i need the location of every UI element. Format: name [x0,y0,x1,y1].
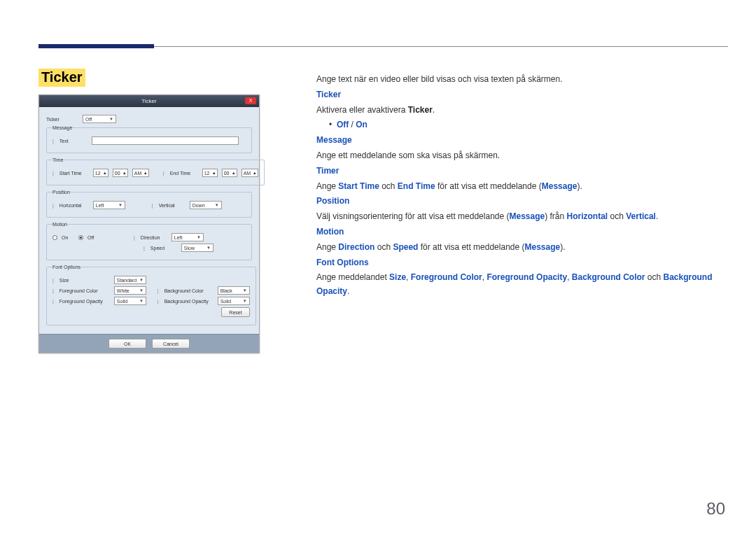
page-number: 80 [706,499,725,519]
vertical-label: Vertical [159,203,186,208]
fg-color-select[interactable]: White▼ [114,286,146,295]
direction-value: Left [174,235,183,240]
font-options-heading: Font Options [316,256,724,270]
timer-heading: Timer [316,164,724,178]
ticker-value: Off [85,117,92,122]
direction-label: Direction [141,235,167,240]
time-fieldset: Time | Start Time 12▴ 00▴ AM▴ | End Time… [46,157,265,185]
fg-opacity-select[interactable]: Solid▼ [114,297,146,305]
motion-heading: Motion [316,225,724,239]
ok-button[interactable]: OK [108,339,146,349]
font-options-fieldset: Font Options | Size Standard▼ | Foregrou… [46,265,256,325]
font-options-desc: Ange meddelandet Size, Foreground Color,… [316,271,724,299]
horizontal-value: Left [96,203,104,208]
start-hour-spinner[interactable]: 12▴ [93,169,108,177]
font-options-legend: Font Options [52,265,80,269]
ticker-dialog: Ticker X Ticker Off ▼ Message | Text Tim… [38,94,260,353]
position-heading: Position [316,195,724,209]
ticker-row: Ticker Off ▼ [46,115,252,123]
motion-off-label: Off [88,235,130,240]
end-min: 00 [224,171,230,176]
motion-fieldset: Motion On Off | Direction Left▼ | Speed … [46,222,252,260]
speed-label: Speed [150,246,177,251]
fg-opacity-value: Solid [117,299,128,304]
bg-color-label: Background Color [164,288,214,293]
chevron-down-icon: ▼ [118,203,122,207]
text-input[interactable] [92,136,239,145]
description-column: Ange text när en video eller bild visas … [316,73,724,300]
size-value: Standard [117,278,136,283]
spinner-icon: ▴ [232,170,235,176]
dialog-title: Ticker [141,98,156,104]
position-legend: Position [52,190,70,195]
chevron-down-icon: ▼ [243,288,247,293]
bar-icon: | [158,288,159,293]
ticker-options: • Off / On [316,118,724,132]
ticker-label: Ticker [46,117,78,122]
motion-desc: Ange Direction och Speed för att visa et… [316,241,724,255]
dialog-body: Ticker Off ▼ Message | Text Time | Start… [39,107,259,334]
start-min-spinner[interactable]: 00▴ [113,169,128,177]
start-hour: 12 [95,171,101,176]
bg-opacity-label: Background Opacity [164,299,214,304]
motion-off-radio[interactable] [78,235,83,240]
message-desc: Ange ett meddelande som ska visas på skä… [316,149,724,163]
horizontal-label: Horizontal [59,203,89,208]
reset-button[interactable]: Reset [221,307,249,317]
bg-color-select[interactable]: Black▼ [218,286,250,295]
message-heading: Message [316,134,724,148]
end-time-label: End Time [170,171,198,176]
end-ampm-spinner[interactable]: AM▴ [241,169,258,177]
end-ampm: AM [244,171,251,176]
horizontal-select[interactable]: Left▼ [93,201,125,209]
fg-color-label: Foreground Color [59,288,110,293]
motion-legend: Motion [52,222,67,227]
speed-select[interactable]: Slow▼ [181,244,214,252]
direction-select[interactable]: Left▼ [172,233,204,241]
position-desc: Välj visningsorientering för att visa et… [316,210,724,224]
motion-on-label: On [62,235,74,240]
bg-opacity-select[interactable]: Solid▼ [218,297,250,305]
chevron-down-icon: ▼ [139,299,144,303]
vertical-value: Down [192,203,205,208]
ticker-select[interactable]: Off ▼ [83,115,116,123]
start-ampm: AM [134,171,142,176]
bar-icon: | [52,171,54,176]
chevron-down-icon: ▼ [139,288,144,293]
bg-color-value: Black [220,288,232,293]
spinner-icon: ▴ [144,170,147,176]
end-hour: 12 [204,171,210,176]
dialog-titlebar: Ticker X [39,95,259,107]
bar-icon: | [158,299,159,304]
chevron-down-icon: ▼ [243,299,247,303]
cancel-button[interactable]: Cancel [152,339,190,349]
spinner-icon: ▴ [253,170,256,176]
start-ampm-spinner[interactable]: AM▴ [132,169,149,177]
header-accent [38,44,154,48]
size-select[interactable]: Standard▼ [114,276,146,284]
time-legend: Time [52,157,63,162]
end-min-spinner[interactable]: 00▴ [222,169,237,177]
spinner-icon: ▴ [213,170,216,176]
dialog-footer: OK Cancel [39,334,259,353]
start-time-label: Start Time [59,171,89,176]
message-fieldset: Message | Text [46,125,252,153]
start-min: 00 [115,171,120,176]
close-button[interactable]: X [245,97,256,104]
ticker-heading: Ticker [316,88,724,102]
end-hour-spinner[interactable]: 12▴ [202,169,218,177]
motion-on-radio[interactable] [52,235,57,240]
spinner-icon: ▴ [104,170,106,176]
chevron-down-icon: ▼ [139,278,144,282]
bar-icon: | [144,246,145,251]
bar-icon: | [52,139,54,143]
ticker-desc: Aktivera eller avaktivera Ticker. [316,104,724,118]
chevron-down-icon: ▼ [206,246,211,250]
vertical-select[interactable]: Down▼ [190,201,222,209]
bar-icon: | [52,278,54,283]
spinner-icon: ▴ [123,170,126,176]
text-label: Text [59,139,88,143]
bar-icon: | [163,171,164,176]
fg-opacity-label: Foreground Opacity [59,299,110,304]
position-fieldset: Position | Horizontal Left▼ | Vertical D… [46,190,252,218]
